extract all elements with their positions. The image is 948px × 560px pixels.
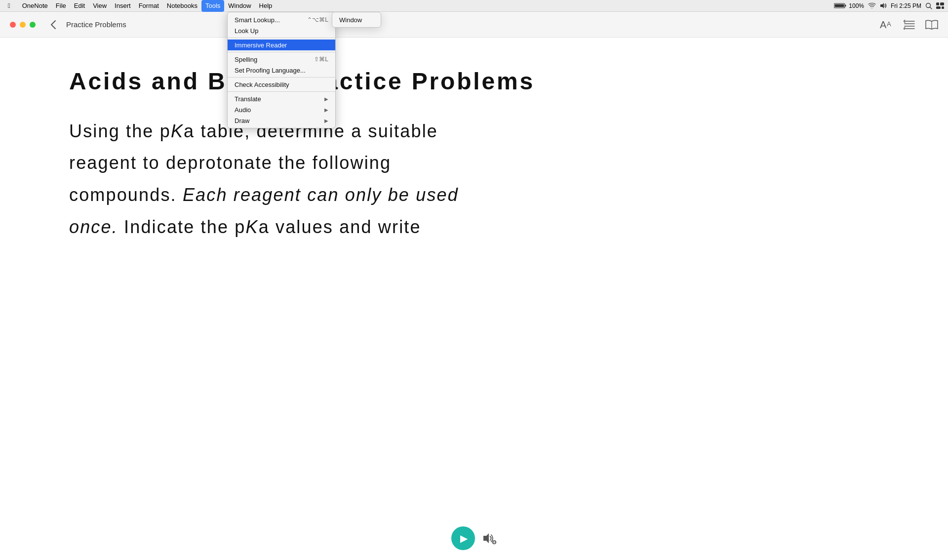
svg-marker-3 bbox=[880, 3, 884, 8]
menu-item-draw[interactable]: Draw ▶ bbox=[228, 115, 335, 126]
svg-line-5 bbox=[930, 7, 932, 9]
draw-arrow: ▶ bbox=[324, 118, 328, 123]
menu-item-smart-lookup[interactable]: Smart Lookup... ⌃⌥⌘L bbox=[228, 14, 335, 25]
menu-bar:  OneNote File Edit View Insert Format N… bbox=[0, 0, 948, 12]
menu-item-immersive-reader[interactable]: Immersive Reader bbox=[228, 40, 335, 50]
menu-separator-1 bbox=[228, 38, 335, 38]
dropdown-overlay: Smart Lookup... ⌃⌥⌘L Look Up Immersive R… bbox=[0, 12, 948, 560]
menu-separator-4 bbox=[228, 91, 335, 92]
menu-item-look-up[interactable]: Look Up bbox=[228, 25, 335, 36]
datetime-display: Fri 2:25 PM bbox=[891, 2, 921, 9]
menu-window[interactable]: Window bbox=[224, 0, 255, 12]
svg-rect-6 bbox=[936, 2, 939, 5]
menu-separator-2 bbox=[228, 52, 335, 52]
svg-rect-9 bbox=[942, 6, 944, 9]
menu-view[interactable]: View bbox=[89, 0, 111, 12]
search-icon[interactable] bbox=[925, 2, 932, 9]
menu-separator-3 bbox=[228, 77, 335, 78]
control-center-icon[interactable] bbox=[936, 2, 944, 9]
apple-menu[interactable]:  bbox=[4, 0, 14, 12]
menu-onenote[interactable]: OneNote bbox=[18, 0, 52, 12]
menu-item-set-proofing[interactable]: Set Proofing Language... bbox=[228, 65, 335, 76]
menu-notebooks[interactable]: Notebooks bbox=[163, 0, 201, 12]
svg-rect-2 bbox=[835, 4, 844, 7]
window-menu-item[interactable]: Window bbox=[332, 14, 381, 25]
menu-format[interactable]: Format bbox=[135, 0, 163, 12]
tools-dropdown-menu: Smart Lookup... ⌃⌥⌘L Look Up Immersive R… bbox=[227, 12, 336, 128]
svg-rect-8 bbox=[936, 6, 941, 9]
volume-icon bbox=[880, 2, 887, 9]
menu-item-spelling[interactable]: Spelling ⇧⌘L bbox=[228, 54, 335, 65]
menu-file[interactable]: File bbox=[52, 0, 70, 12]
audio-arrow: ▶ bbox=[324, 107, 328, 113]
window-dropdown-menu: Window bbox=[332, 12, 381, 28]
svg-rect-1 bbox=[845, 5, 846, 7]
menu-bar-left:  OneNote File Edit View Insert Format N… bbox=[4, 0, 276, 12]
wifi-icon bbox=[868, 2, 876, 9]
menu-edit[interactable]: Edit bbox=[70, 0, 89, 12]
menu-insert[interactable]: Insert bbox=[111, 0, 135, 12]
menu-help[interactable]: Help bbox=[255, 0, 276, 12]
battery-indicator: 100% bbox=[834, 2, 864, 9]
menu-item-audio[interactable]: Audio ▶ bbox=[228, 104, 335, 115]
svg-rect-7 bbox=[940, 2, 944, 5]
menu-item-translate[interactable]: Translate ▶ bbox=[228, 93, 335, 104]
translate-arrow: ▶ bbox=[324, 96, 328, 102]
menu-item-check-accessibility[interactable]: Check Accessibility bbox=[228, 79, 335, 90]
menu-bar-right: 100% Fri 2:25 PM bbox=[834, 2, 944, 9]
menu-tools[interactable]: Tools bbox=[201, 0, 224, 12]
